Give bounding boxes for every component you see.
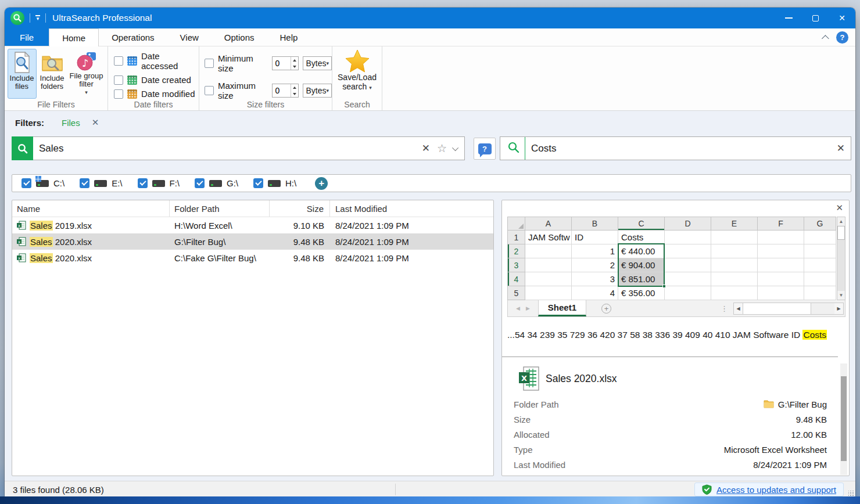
sheet-horizontal-scrollbar[interactable]: ◀ ▶ <box>733 303 844 315</box>
scroll-up-icon[interactable]: ▲ <box>837 217 845 226</box>
row-header-5[interactable]: 5 <box>508 286 525 300</box>
filter-chip-close-icon[interactable]: ✕ <box>92 117 99 128</box>
filter-chip-files[interactable]: Files <box>62 118 80 128</box>
col-header-d[interactable]: D <box>665 217 711 231</box>
drive-f-checkbox[interactable] <box>138 178 148 188</box>
col-header-a[interactable]: A <box>525 217 572 231</box>
cell-b3[interactable]: 2 <box>572 258 618 272</box>
splitter-dots-icon[interactable]: ⋮ <box>721 304 729 313</box>
ribbon-group-search[interactable]: Save/Load search ▾ Search <box>332 46 382 110</box>
primary-search-input[interactable] <box>33 143 422 154</box>
include-folders-button[interactable]: Include folders <box>38 49 67 99</box>
include-files-button[interactable]: Include files <box>8 49 37 99</box>
tab-options[interactable]: Options <box>212 28 267 46</box>
resize-grip[interactable] <box>848 491 854 496</box>
col-header-f[interactable]: F <box>758 217 804 231</box>
col-header-b[interactable]: B <box>572 217 618 231</box>
cell-c3-selected[interactable]: € 904.00 <box>618 258 665 272</box>
collapse-ribbon-icon[interactable] <box>822 35 829 42</box>
drive-item-h[interactable]: H:\ <box>253 178 296 188</box>
scroll-left-icon[interactable]: ◀ <box>734 303 743 314</box>
scroll-down-icon[interactable]: ▼ <box>837 291 845 300</box>
maximum-size-input[interactable] <box>273 84 291 97</box>
row-header-3[interactable]: 3 <box>508 258 525 272</box>
help-button[interactable]: ? <box>836 31 848 44</box>
sheet-corner[interactable] <box>508 217 525 231</box>
drive-h-checkbox[interactable] <box>253 178 263 188</box>
prev-sheet-icon[interactable]: ◀ <box>516 305 520 311</box>
scrollbar-thumb[interactable] <box>743 303 811 314</box>
date-accessed-row[interactable]: Date accessed <box>114 51 199 71</box>
column-header-size[interactable]: Size <box>270 200 330 217</box>
minimum-size-checkbox[interactable] <box>205 59 214 68</box>
cell-c5[interactable]: € 356.00 <box>618 286 665 300</box>
add-sheet-icon[interactable]: + <box>601 304 611 314</box>
row-header-2[interactable]: 2 <box>508 244 525 258</box>
detail-folder-path[interactable]: G:\Filter Bug <box>778 399 827 409</box>
clear-search-icon[interactable]: ✕ <box>837 142 845 154</box>
date-created-checkbox[interactable] <box>114 75 123 85</box>
tab-help[interactable]: Help <box>267 28 311 46</box>
minimum-size-unit-select[interactable]: Bytes ▾ <box>303 56 332 70</box>
drive-item-c[interactable]: C:\ <box>21 178 64 188</box>
scrollbar-thumb[interactable] <box>841 376 847 461</box>
cell-b1[interactable]: ID <box>572 231 618 244</box>
cell-c1[interactable]: Costs <box>618 231 665 244</box>
column-header-name[interactable]: Name <box>12 200 170 217</box>
drive-g-checkbox[interactable] <box>195 178 205 188</box>
cell-b4[interactable]: 3 <box>572 272 618 286</box>
tab-view[interactable]: View <box>167 28 212 46</box>
file-group-filter-button[interactable]: ♪ File group filter ▾ <box>68 49 105 99</box>
maximum-size-stepper[interactable] <box>291 84 298 97</box>
minimum-size-input[interactable] <box>273 57 291 70</box>
minimize-button[interactable] <box>775 8 802 28</box>
sheet-tab-sheet1[interactable]: Sheet1 <box>538 300 586 316</box>
drive-e-checkbox[interactable] <box>80 178 89 188</box>
updates-support-link[interactable]: Access to updates and support <box>716 485 836 495</box>
date-modified-checkbox[interactable] <box>114 89 123 99</box>
details-scrollbar[interactable] <box>840 363 847 475</box>
table-row[interactable]: x Sales 2019.xlsx H:\Word Excel\ 9.10 KB… <box>12 217 493 233</box>
date-accessed-checkbox[interactable] <box>114 56 123 66</box>
updates-support-area[interactable]: Access to updates and support <box>694 483 844 496</box>
cell-c4-selected[interactable]: € 851.00 <box>618 272 665 286</box>
table-row[interactable]: x Sales 2020.xlsx C:\Fake G\Filter Bug\ … <box>12 250 493 266</box>
maximize-button[interactable] <box>802 8 829 28</box>
content-search-help-button[interactable]: ? <box>474 138 496 160</box>
quick-access-dropdown-icon[interactable]: ▾ <box>35 15 40 21</box>
cell-c2-active[interactable]: € 440.00 <box>618 244 665 258</box>
maximum-size-unit-select[interactable]: Bytes ▾ <box>303 84 332 98</box>
date-created-row[interactable]: Date created <box>114 75 199 85</box>
scroll-right-icon[interactable]: ▶ <box>834 303 843 314</box>
sheet-vertical-scrollbar[interactable]: ▲ ▼ <box>837 217 845 300</box>
scrollbar-thumb[interactable] <box>837 226 845 240</box>
drive-item-e[interactable]: E:\ <box>80 178 122 188</box>
drive-item-g[interactable]: G:\ <box>195 178 238 188</box>
search-history-chevron-icon[interactable] <box>452 144 458 150</box>
close-button[interactable]: ✕ <box>829 8 855 28</box>
table-row-selected[interactable]: x Sales 2020.xlsx G:\Filter Bug\ 9.48 KB… <box>12 233 493 250</box>
maximum-size-checkbox[interactable] <box>205 86 214 95</box>
cell-a1[interactable]: JAM Softw <box>525 231 572 244</box>
row-header-1[interactable]: 1 <box>508 231 525 244</box>
drive-c-checkbox[interactable] <box>21 178 31 188</box>
col-header-e[interactable]: E <box>711 217 758 231</box>
next-sheet-icon[interactable]: ▶ <box>526 305 530 311</box>
preview-close-icon[interactable]: ✕ <box>836 203 843 213</box>
date-modified-row[interactable]: Date modified <box>114 89 199 99</box>
tab-home[interactable]: Home <box>49 28 99 46</box>
row-header-4[interactable]: 4 <box>508 272 525 286</box>
cell-b5[interactable]: 4 <box>572 286 618 300</box>
spreadsheet-preview[interactable]: A B C D E F G 1 JAM Softw ID Costs 2 1 €… <box>507 217 836 300</box>
col-header-c[interactable]: C <box>618 217 665 231</box>
col-header-g[interactable]: G <box>804 217 836 231</box>
drive-item-f[interactable]: F:\ <box>138 178 180 188</box>
cell-b2[interactable]: 1 <box>572 244 618 258</box>
column-header-folder-path[interactable]: Folder Path <box>170 200 270 217</box>
column-header-last-modified[interactable]: Last Modified <box>330 204 493 214</box>
content-search-input[interactable] <box>525 143 837 154</box>
minimum-size-stepper[interactable] <box>291 57 298 70</box>
tab-operations[interactable]: Operations <box>99 28 167 46</box>
favorite-star-icon[interactable]: ☆ <box>437 142 447 155</box>
clear-search-icon[interactable]: ✕ <box>422 142 430 154</box>
